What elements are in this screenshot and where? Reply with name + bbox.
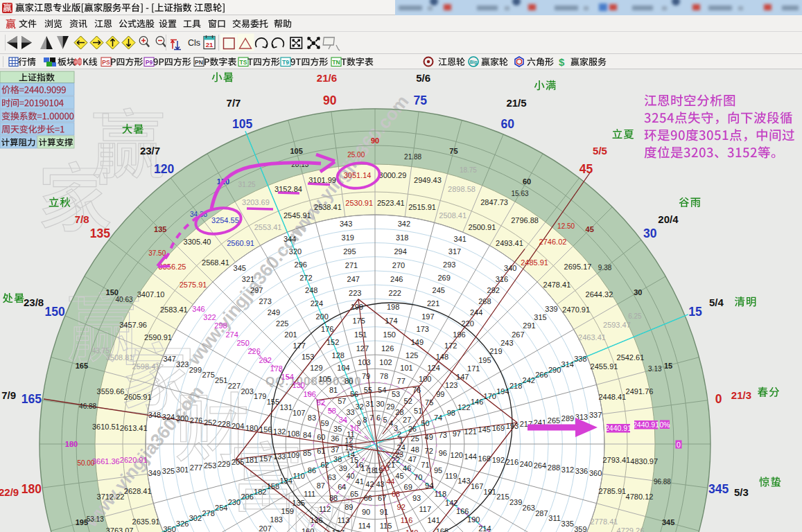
svg-text:31.25: 31.25 bbox=[238, 181, 256, 188]
svg-text:128: 128 bbox=[332, 351, 345, 360]
svg-text:165: 165 bbox=[76, 362, 88, 370]
svg-text:79: 79 bbox=[362, 372, 370, 380]
svg-text:2542.61: 2542.61 bbox=[617, 353, 645, 362]
svg-text:207: 207 bbox=[259, 524, 271, 532]
svg-text:105: 105 bbox=[232, 117, 252, 131]
svg-text:266: 266 bbox=[535, 371, 548, 379]
svg-text:126: 126 bbox=[381, 344, 394, 353]
svg-text:129: 129 bbox=[310, 364, 322, 372]
svg-text:2796.88: 2796.88 bbox=[511, 216, 539, 224]
svg-text:178: 178 bbox=[270, 364, 283, 373]
svg-text:21: 21 bbox=[206, 41, 213, 48]
svg-text:220: 220 bbox=[462, 319, 474, 328]
svg-text:2463.41: 2463.41 bbox=[578, 333, 606, 342]
svg-text:26: 26 bbox=[408, 425, 417, 433]
svg-text:118: 118 bbox=[435, 490, 447, 498]
svg-text:150: 150 bbox=[44, 305, 64, 319]
svg-text:4780.12: 4780.12 bbox=[626, 493, 654, 501]
svg-text:158: 158 bbox=[267, 482, 279, 490]
svg-text:320: 320 bbox=[289, 247, 302, 256]
svg-text:27: 27 bbox=[403, 416, 411, 424]
svg-text:94: 94 bbox=[425, 481, 433, 490]
svg-text:192: 192 bbox=[492, 456, 505, 464]
svg-text:71: 71 bbox=[421, 461, 429, 469]
svg-text:54: 54 bbox=[378, 386, 386, 394]
svg-text:75: 75 bbox=[425, 398, 433, 407]
svg-text:90: 90 bbox=[323, 94, 337, 107]
svg-text:33: 33 bbox=[346, 408, 354, 416]
svg-text:2793.41: 2793.41 bbox=[602, 456, 630, 464]
svg-text:135: 135 bbox=[293, 499, 305, 507]
svg-text:2448.41: 2448.41 bbox=[598, 393, 626, 401]
svg-text:2628.41: 2628.41 bbox=[124, 487, 152, 495]
svg-text:276: 276 bbox=[190, 416, 202, 425]
svg-text:21/5: 21/5 bbox=[506, 97, 526, 109]
svg-text:2478.41: 2478.41 bbox=[543, 281, 571, 289]
svg-text:2598.41: 2598.41 bbox=[132, 362, 160, 371]
svg-text:153: 153 bbox=[302, 353, 314, 361]
svg-text:7/7: 7/7 bbox=[227, 97, 241, 109]
svg-text:340: 340 bbox=[504, 264, 516, 272]
svg-text:$: $ bbox=[559, 56, 565, 68]
svg-text:92: 92 bbox=[397, 503, 406, 511]
svg-text:73: 73 bbox=[439, 431, 447, 439]
svg-text:155: 155 bbox=[267, 398, 279, 406]
svg-text:190: 190 bbox=[467, 515, 480, 524]
svg-text:322: 322 bbox=[203, 313, 216, 321]
svg-text:68: 68 bbox=[392, 490, 400, 498]
svg-text:157: 157 bbox=[259, 454, 272, 463]
svg-text:180: 180 bbox=[21, 482, 42, 496]
svg-text:5/3: 5/3 bbox=[734, 486, 749, 498]
svg-text:45: 45 bbox=[586, 225, 594, 233]
svg-text:37.50: 37.50 bbox=[148, 249, 166, 257]
svg-text:142: 142 bbox=[445, 499, 457, 507]
svg-text:221: 221 bbox=[427, 299, 439, 308]
svg-text:252: 252 bbox=[204, 418, 216, 427]
svg-text:PS: PS bbox=[102, 59, 110, 66]
svg-text:51: 51 bbox=[414, 407, 422, 415]
svg-text:215: 215 bbox=[496, 493, 509, 501]
svg-text:133: 133 bbox=[273, 452, 286, 461]
svg-text:272: 272 bbox=[299, 274, 312, 282]
svg-text:2644.32: 2644.32 bbox=[586, 290, 613, 299]
svg-text:156: 156 bbox=[259, 425, 272, 434]
svg-text:3051.14: 3051.14 bbox=[344, 171, 372, 179]
svg-text:160: 160 bbox=[302, 527, 314, 532]
svg-text:135: 135 bbox=[154, 225, 166, 233]
svg-text:182: 182 bbox=[254, 488, 266, 496]
svg-text:8: 8 bbox=[363, 416, 367, 424]
svg-text:107: 107 bbox=[293, 409, 305, 417]
svg-text:3254.55: 3254.55 bbox=[211, 216, 239, 224]
svg-text:3763.07: 3763.07 bbox=[106, 526, 134, 532]
svg-text:93: 93 bbox=[412, 494, 421, 502]
svg-text:18.75: 18.75 bbox=[460, 166, 477, 174]
svg-text:2613.41: 2613.41 bbox=[120, 424, 148, 432]
svg-text:264: 264 bbox=[534, 461, 546, 470]
svg-text:267: 267 bbox=[512, 330, 524, 339]
svg-text:122: 122 bbox=[457, 403, 470, 411]
svg-text:15: 15 bbox=[688, 305, 702, 319]
svg-text:70: 70 bbox=[414, 473, 422, 481]
svg-text:48: 48 bbox=[411, 445, 419, 454]
svg-text:203: 203 bbox=[241, 387, 253, 396]
svg-text:Cls: Cls bbox=[188, 38, 200, 48]
svg-text:230: 230 bbox=[228, 498, 241, 506]
svg-text:56: 56 bbox=[350, 390, 358, 398]
svg-text:84: 84 bbox=[303, 431, 311, 439]
svg-text:3712.22: 3712.22 bbox=[97, 493, 125, 501]
svg-text:114: 114 bbox=[358, 522, 371, 530]
svg-text:223: 223 bbox=[349, 289, 361, 297]
svg-text:0: 0 bbox=[677, 441, 681, 449]
svg-text:335: 335 bbox=[561, 520, 574, 528]
svg-text:148: 148 bbox=[436, 353, 448, 361]
svg-text:69: 69 bbox=[404, 483, 412, 491]
svg-text:2455.91: 2455.91 bbox=[591, 362, 618, 371]
svg-text:218: 218 bbox=[509, 382, 522, 390]
svg-text:324: 324 bbox=[162, 413, 175, 421]
svg-text:145: 145 bbox=[478, 425, 491, 434]
svg-text:113: 113 bbox=[338, 516, 350, 524]
svg-text:149: 149 bbox=[411, 338, 424, 346]
svg-text:23/8: 23/8 bbox=[24, 296, 44, 308]
svg-text:299: 299 bbox=[189, 366, 202, 374]
svg-text:275: 275 bbox=[202, 371, 214, 379]
